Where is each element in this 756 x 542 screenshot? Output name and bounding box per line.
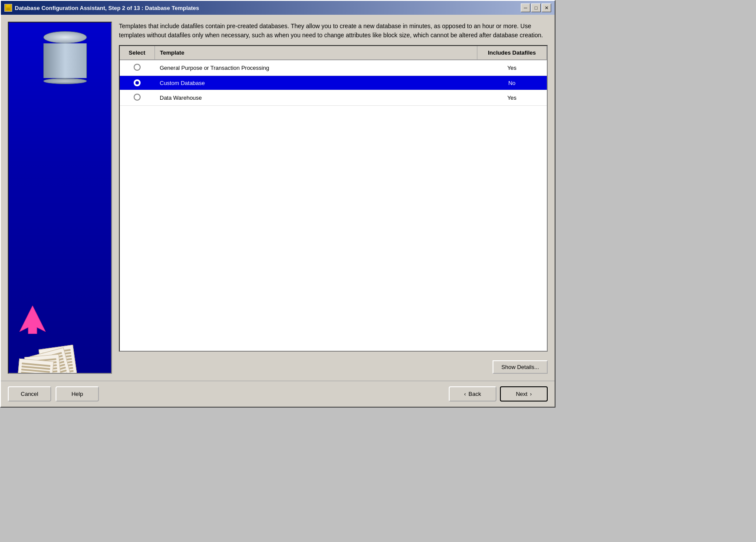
radio-button[interactable]: [134, 94, 141, 101]
template-table: Select Template Includes Datafiles Gener…: [120, 46, 547, 106]
radio-button[interactable]: [134, 79, 141, 86]
col-select: Select: [120, 46, 154, 60]
footer-left-buttons: Cancel Help: [8, 386, 99, 402]
svg-point-4: [6, 8, 10, 10]
help-button[interactable]: Help: [56, 386, 99, 402]
window-title: Database Configuration Assistant, Step 2…: [15, 5, 199, 11]
title-bar-left: Database Configuration Assistant, Step 2…: [4, 4, 199, 12]
right-panel: Templates that include datafiles contain…: [119, 22, 548, 374]
table-row[interactable]: Custom DatabaseNo: [120, 76, 547, 90]
title-bar-controls: ─ □ ✕: [521, 3, 551, 12]
template-cell: General Purpose or Transaction Processin…: [154, 60, 477, 76]
footer-right-buttons: ‹ Back Next ›: [449, 386, 548, 402]
app-icon: [4, 4, 12, 12]
datafiles-cell: No: [477, 76, 547, 90]
left-panel: [8, 22, 112, 374]
table-row[interactable]: Data WarehouseYes: [120, 90, 547, 106]
main-window: Database Configuration Assistant, Step 2…: [0, 0, 555, 408]
footer: Cancel Help ‹ Back Next ›: [1, 381, 555, 407]
datafiles-cell: Yes: [477, 90, 547, 106]
table-header-row: Select Template Includes Datafiles: [120, 46, 547, 60]
radio-cell[interactable]: [120, 60, 154, 76]
show-details-button[interactable]: Show Details...: [493, 360, 548, 374]
table-row[interactable]: General Purpose or Transaction Processin…: [120, 60, 547, 76]
arrow-icon: [17, 304, 48, 334]
illustration: [9, 23, 111, 373]
database-cylinder: [43, 31, 87, 79]
title-bar: Database Configuration Assistant, Step 2…: [1, 1, 555, 15]
radio-cell[interactable]: [120, 76, 154, 90]
window-body: Templates that include datafiles contain…: [1, 15, 555, 381]
radio-button[interactable]: [134, 64, 141, 71]
minimize-button[interactable]: ─: [521, 3, 530, 12]
template-cell: Data Warehouse: [154, 90, 477, 106]
paper-3: [16, 359, 54, 374]
cancel-button[interactable]: Cancel: [8, 386, 51, 402]
description-text: Templates that include datafiles contain…: [119, 22, 548, 40]
next-arrow-icon: ›: [530, 391, 532, 397]
template-cell: Custom Database: [154, 76, 477, 90]
template-table-container: Select Template Includes Datafiles Gener…: [119, 45, 548, 352]
radio-cell[interactable]: [120, 90, 154, 106]
main-content: Templates that include datafiles contain…: [8, 22, 548, 374]
close-button[interactable]: ✕: [542, 3, 551, 12]
maximize-button[interactable]: □: [531, 3, 541, 12]
back-arrow-icon: ‹: [464, 391, 466, 397]
bottom-bar: Show Details...: [119, 357, 548, 374]
back-button[interactable]: ‹ Back: [449, 386, 496, 402]
next-label: Next: [516, 391, 528, 397]
next-button[interactable]: Next ›: [500, 386, 548, 402]
datafiles-cell: Yes: [477, 60, 547, 76]
col-datafiles: Includes Datafiles: [477, 46, 547, 60]
svg-marker-5: [20, 306, 46, 334]
col-template: Template: [154, 46, 477, 60]
back-label: Back: [469, 391, 481, 397]
